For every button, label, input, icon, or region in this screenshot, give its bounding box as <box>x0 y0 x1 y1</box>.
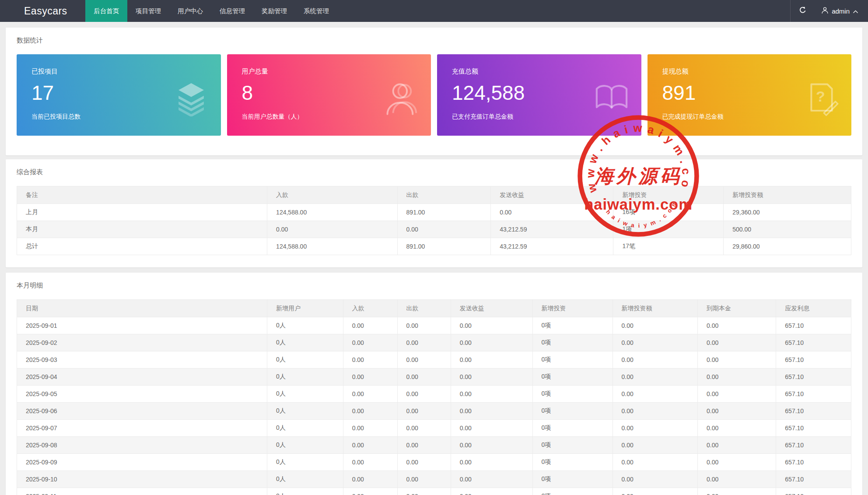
table-cell: 0.00 <box>397 386 451 403</box>
nav-item-info[interactable]: 信息管理 <box>211 0 253 22</box>
user-icon <box>821 7 829 15</box>
table-cell: 0人 <box>267 403 343 420</box>
table-cell: 0.00 <box>397 221 491 238</box>
table-cell: 0人 <box>267 454 343 471</box>
table-cell: 0.00 <box>343 386 397 403</box>
table-cell: 2025-09-08 <box>17 437 267 454</box>
chevron-up-icon <box>853 7 858 15</box>
table-cell: 0人 <box>267 334 343 351</box>
column-header: 出款 <box>397 186 491 204</box>
table-row: 2025-09-080人0.000.000.000项0.000.00657.10 <box>17 437 851 454</box>
nav-item-home[interactable]: 后台首页 <box>85 0 127 22</box>
table-row: 2025-09-060人0.000.000.000项0.000.00657.10 <box>17 403 851 420</box>
report-table: 备注入款出款发送收益新增投资新增投资额上月124,588.00891.000.0… <box>17 186 851 255</box>
table-row: 2025-09-030人0.000.000.000项0.000.00657.10 <box>17 351 851 369</box>
column-header: 新增投资 <box>613 186 724 204</box>
table-cell: 0.00 <box>343 334 397 351</box>
table-cell: 0.00 <box>451 471 532 488</box>
table-cell: 0人 <box>267 437 343 454</box>
table-cell: 0.00 <box>397 437 451 454</box>
table-cell: 0.00 <box>451 334 532 351</box>
nav-item-rewards[interactable]: 奖励管理 <box>253 0 295 22</box>
table-cell: 0.00 <box>612 386 698 403</box>
report-panel: 综合报表 备注入款出款发送收益新增投资新增投资额上月124,588.00891.… <box>6 159 862 267</box>
main-menu: 后台首页 项目管理 用户中心 信息管理 奖励管理 系统管理 <box>85 0 337 22</box>
table-cell: 2025-09-01 <box>17 317 267 334</box>
table-cell: 0.00 <box>698 386 776 403</box>
book-icon <box>593 80 630 116</box>
table-cell: 0.00 <box>343 471 397 488</box>
table-cell: 0.00 <box>698 369 776 386</box>
column-header: 应发利息 <box>776 300 851 317</box>
table-cell: 2025-09-09 <box>17 454 267 471</box>
table-cell: 0.00 <box>451 351 532 369</box>
table-cell: 657.10 <box>776 437 851 454</box>
table-row: 上月124,588.00891.000.0016项29,360.00 <box>17 204 851 221</box>
column-header: 入款 <box>343 300 397 317</box>
document-question-icon: ? <box>803 80 840 116</box>
table-cell: 0项 <box>532 471 612 488</box>
nav-item-system[interactable]: 系统管理 <box>295 0 337 22</box>
table-cell: 0.00 <box>451 403 532 420</box>
table-cell: 657.10 <box>776 488 851 495</box>
table-cell: 0.00 <box>451 454 532 471</box>
table-cell: 2025-09-11 <box>17 488 267 495</box>
user-icon <box>383 80 420 116</box>
table-cell: 0.00 <box>397 351 451 369</box>
column-header: 新增投资额 <box>612 300 698 317</box>
nav-item-users[interactable]: 用户中心 <box>169 0 211 22</box>
detail-panel: 本月明细 日期新增用户入款出款发送收益新增投资新增投资额到期本金应发利息2025… <box>6 273 862 495</box>
table-cell: 0.00 <box>491 204 613 221</box>
table-cell: 657.10 <box>776 369 851 386</box>
table-cell: 0.00 <box>397 369 451 386</box>
section-title-stats: 数据统计 <box>17 36 851 45</box>
table-cell: 29,860.00 <box>724 238 851 255</box>
table-cell: 657.10 <box>776 403 851 420</box>
column-header: 新增投资 <box>532 300 612 317</box>
table-cell: 0.00 <box>343 369 397 386</box>
table-cell: 0人 <box>267 351 343 369</box>
table-cell: 2025-09-07 <box>17 420 267 437</box>
refresh-button[interactable] <box>791 0 815 22</box>
table-cell: 1项 <box>613 221 724 238</box>
table-row: 2025-09-100人0.000.000.000项0.000.00657.10 <box>17 471 851 488</box>
table-row: 2025-09-040人0.000.000.000项0.000.00657.10 <box>17 369 851 386</box>
table-cell: 124,588.00 <box>267 204 397 221</box>
table-cell: 0.00 <box>698 454 776 471</box>
table-row: 2025-09-020人0.000.000.000项0.000.00657.10 <box>17 334 851 351</box>
stat-card-recharge: 充值总额 124,588 已支付充值订单总金额 <box>437 54 641 136</box>
table-cell: 0人 <box>267 471 343 488</box>
table-cell: 0.00 <box>612 334 698 351</box>
table-cell: 0项 <box>532 454 612 471</box>
table-cell: 本月 <box>17 221 267 238</box>
brand-logo[interactable]: Easycars <box>0 0 85 22</box>
table-cell: 0.00 <box>698 471 776 488</box>
table-row: 2025-09-010人0.000.000.000项0.000.00657.10 <box>17 317 851 334</box>
table-cell: 0.00 <box>343 317 397 334</box>
table-cell: 0项 <box>532 334 612 351</box>
table-cell: 657.10 <box>776 351 851 369</box>
user-menu[interactable]: admin <box>815 0 868 22</box>
table-cell: 657.10 <box>776 454 851 471</box>
column-header: 日期 <box>17 300 267 317</box>
table-cell: 0.00 <box>698 317 776 334</box>
table-cell: 0.00 <box>612 403 698 420</box>
table-cell: 2025-09-04 <box>17 369 267 386</box>
section-title-detail: 本月明细 <box>17 281 851 290</box>
column-header: 备注 <box>17 186 267 204</box>
table-cell: 0.00 <box>612 471 698 488</box>
table-cell: 0.00 <box>397 420 451 437</box>
table-cell: 0.00 <box>451 488 532 495</box>
table-cell: 0.00 <box>612 488 698 495</box>
table-cell: 0项 <box>532 351 612 369</box>
table-cell: 0.00 <box>612 351 698 369</box>
page-content: 数据统计 已投项目 17 当前已投项目总数 用户总量 8 当前用 <box>0 22 868 495</box>
table-cell: 124,588.00 <box>267 238 397 255</box>
nav-item-projects[interactable]: 项目管理 <box>127 0 169 22</box>
stat-card-projects: 已投项目 17 当前已投项目总数 <box>17 54 221 136</box>
column-header: 到期本金 <box>698 300 776 317</box>
stat-card-withdraw: 提现总额 891 已完成提现订单总金额 ? <box>648 54 852 136</box>
table-cell: 0.00 <box>267 221 397 238</box>
table-row: 2025-09-090人0.000.000.000项0.000.00657.10 <box>17 454 851 471</box>
table-cell: 0人 <box>267 386 343 403</box>
